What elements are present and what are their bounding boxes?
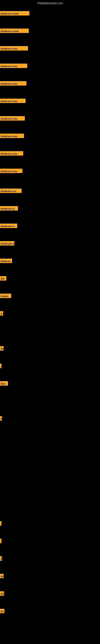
bar-label-7: Bottleneck resu: [0, 134, 24, 138]
bar-row-22: |: [0, 521, 1, 526]
bar-label-16: Bottlen: [0, 294, 11, 298]
bar-row-13: Bottleneck re: [0, 241, 14, 246]
bar-label-17: B: [0, 311, 3, 316]
bar-row-8: Bottleneck resu: [0, 151, 23, 156]
bar-label-3: Bottleneck resu: [0, 64, 27, 68]
bar-row-20: Bott: [0, 381, 8, 386]
bar-row-19: |: [0, 364, 1, 368]
bar-row-15: Bot: [0, 276, 6, 280]
bar-label-5: Bottleneck resu: [0, 98, 26, 103]
site-title: TheBottlenecker.com: [0, 0, 100, 6]
bar-label-4: Bottleneck resu: [0, 81, 26, 86]
bar-label-25: Bo: [0, 574, 3, 578]
bar-row-14: Bottlenec: [0, 258, 12, 263]
bar-label-1: Bottleneck result: [0, 28, 29, 33]
bar-row-16: Bottlen: [0, 294, 11, 298]
bar-row-1: Bottleneck result: [0, 28, 29, 33]
bar-label-9: Bottleneck resu: [0, 169, 22, 173]
bar-row-27: Bo: [0, 609, 4, 613]
bar-label-13: Bottleneck re: [0, 241, 14, 246]
bar-row-2: Bottleneck resu: [0, 46, 28, 50]
bar-row-5: Bottleneck resu: [0, 98, 26, 103]
bar-row-21: B: [0, 416, 2, 420]
bar-row-6: Bottleneck resu: [0, 116, 25, 120]
bar-label-20: Bott: [0, 381, 8, 386]
bar-row-24: B: [0, 556, 2, 561]
bar-row-23: |: [0, 539, 1, 543]
bar-row-12: Bottleneck re: [0, 224, 17, 228]
bar-row-7: Bottleneck resu: [0, 134, 24, 138]
bar-label-14: Bottlenec: [0, 258, 12, 263]
bar-label-6: Bottleneck resu: [0, 116, 25, 120]
bar-row-25: Bo: [0, 574, 3, 578]
bar-row-10: Bottleneck res: [0, 188, 22, 193]
bar-row-4: Bottleneck resu: [0, 81, 26, 86]
bar-label-22: |: [0, 521, 1, 526]
bar-label-2: Bottleneck resu: [0, 46, 28, 50]
bar-label-0: Bottleneck result: [0, 11, 29, 16]
bar-label-26: Bo: [0, 591, 4, 596]
bar-label-27: Bo: [0, 609, 4, 613]
bar-label-18: Bo: [0, 346, 3, 350]
bar-row-0: Bottleneck result: [0, 11, 29, 16]
bar-label-23: |: [0, 539, 1, 543]
bar-row-26: Bo: [0, 591, 4, 596]
bar-label-8: Bottleneck resu: [0, 151, 23, 156]
bar-row-3: Bottleneck resu: [0, 64, 27, 68]
bar-row-17: B: [0, 311, 3, 316]
bar-label-12: Bottleneck re: [0, 224, 17, 228]
bar-label-11: Bottleneck re: [0, 206, 18, 210]
bar-row-11: Bottleneck re: [0, 206, 18, 210]
bar-row-9: Bottleneck resu: [0, 169, 22, 173]
bar-label-10: Bottleneck res: [0, 188, 22, 193]
bar-label-19: |: [0, 364, 1, 368]
bar-label-24: B: [0, 556, 2, 561]
bar-label-21: B: [0, 416, 2, 420]
bar-label-15: Bot: [0, 276, 6, 280]
bar-row-18: Bo: [0, 346, 3, 350]
